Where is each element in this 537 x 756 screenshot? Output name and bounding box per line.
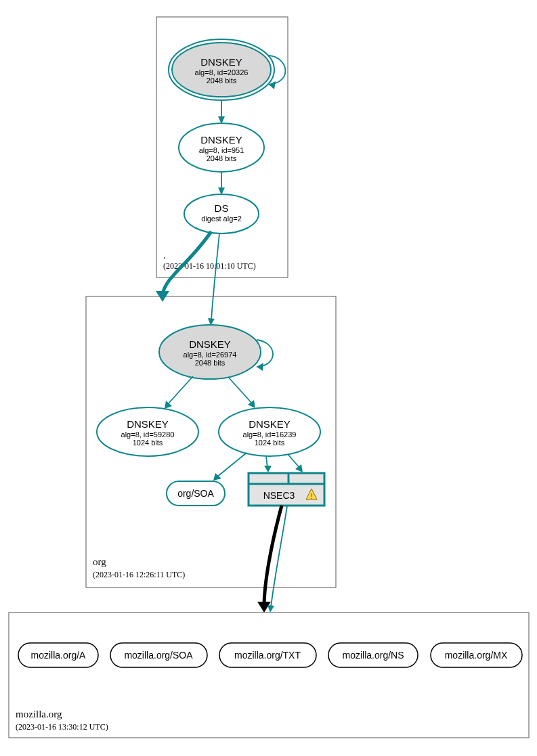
root-zsk-node: DNSKEY alg=8, id=951 2048 bits: [179, 123, 264, 172]
svg-text:1024 bits: 1024 bits: [255, 439, 285, 447]
svg-point-9: [184, 194, 259, 234]
svg-text:mozilla.org/SOA: mozilla.org/SOA: [124, 650, 193, 661]
svg-text:org/SOA: org/SOA: [177, 488, 214, 499]
arrow-org-ksk-zsk2: [248, 400, 255, 408]
svg-text:alg=8, id=59280: alg=8, id=59280: [121, 430, 175, 439]
svg-text:alg=8, id=16239: alg=8, id=16239: [243, 430, 297, 439]
mozilla-mx-node: mozilla.org/MX: [431, 643, 522, 667]
org-ksk-node: DNSKEY alg=8, id=26974 2048 bits: [159, 325, 261, 379]
mozilla-zone-label: mozilla.org: [16, 709, 62, 719]
edge-org-ksk-zsk2: [228, 377, 253, 404]
svg-text:mozilla.org/NS: mozilla.org/NS: [342, 650, 404, 661]
svg-text:2048 bits: 2048 bits: [207, 154, 237, 162]
org-zone-label: org: [93, 556, 106, 567]
mozilla-soa-node: mozilla.org/SOA: [110, 643, 207, 667]
org-nsec3-node: NSEC3 !: [249, 473, 324, 506]
edge-org-ksk-zsk1: [167, 376, 193, 405]
svg-text:2048 bits: 2048 bits: [207, 76, 237, 85]
svg-text:DS: DS: [215, 202, 229, 214]
svg-text:DNSKEY: DNSKEY: [127, 418, 169, 430]
svg-text:alg=8, id=20326: alg=8, id=20326: [195, 68, 249, 76]
arrow-org-zsk2-nsec3-r: [295, 464, 303, 472]
svg-text:alg=8, id=951: alg=8, id=951: [199, 146, 244, 154]
edge-org-zsk2-nsec3-r: [288, 454, 300, 468]
svg-text:digest alg=2: digest alg=2: [201, 215, 242, 223]
svg-text:!: !: [311, 493, 313, 500]
org-zone-timestamp: (2023-01-16 12:26:11 UTC): [93, 570, 185, 579]
org-zsk1-node: DNSKEY alg=8, id=59280 1024 bits: [97, 407, 198, 456]
arrow-nsec3-to-mozilla: [267, 605, 274, 613]
root-zone-label: .: [163, 250, 166, 261]
svg-text:1024 bits: 1024 bits: [133, 439, 163, 447]
svg-text:mozilla.org/TXT: mozilla.org/TXT: [234, 650, 301, 661]
mozilla-zone-box: [9, 613, 529, 738]
svg-text:DNSKEY: DNSKEY: [200, 56, 242, 68]
mozilla-txt-node: mozilla.org/TXT: [219, 643, 316, 667]
arrow-org-ksk-zsk1: [165, 401, 172, 409]
edge-org-zsk2-soa: [217, 453, 246, 477]
root-ds-node: DS digest alg=2: [184, 194, 259, 234]
svg-text:mozilla.org/A: mozilla.org/A: [31, 650, 87, 661]
svg-text:DNSKEY: DNSKEY: [200, 134, 242, 146]
svg-text:NSEC3: NSEC3: [263, 490, 295, 501]
dnssec-diagram: . (2023-01-16 10:01:10 UTC) DNSKEY alg=8…: [0, 0, 537, 756]
mozilla-zone-timestamp: (2023-01-16 13:30:12 UTC): [16, 722, 108, 732]
mozilla-a-node: mozilla.org/A: [18, 643, 98, 667]
org-soa-node: org/SOA: [167, 481, 225, 506]
mozilla-ns-node: mozilla.org/NS: [328, 643, 418, 667]
root-ksk-node: DNSKEY alg=8, id=20326 2048 bits: [169, 39, 274, 100]
svg-text:alg=8, id=26974: alg=8, id=26974: [184, 351, 237, 359]
svg-text:2048 bits: 2048 bits: [195, 359, 225, 367]
arrow-org-zsk2-nsec3-l: [264, 466, 272, 472]
svg-text:DNSKEY: DNSKEY: [249, 418, 291, 430]
svg-text:mozilla.org/MX: mozilla.org/MX: [445, 650, 508, 661]
org-zsk2-node: DNSKEY alg=8, id=16239 1024 bits: [219, 407, 320, 456]
svg-text:DNSKEY: DNSKEY: [189, 338, 231, 350]
arrow-org-ksk-self: [257, 363, 263, 371]
